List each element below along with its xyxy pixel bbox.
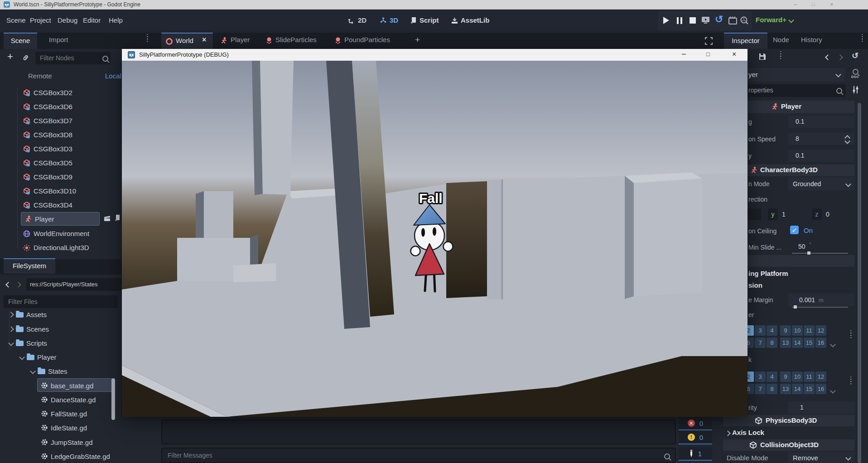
grid-menu-icon[interactable]: ⋮⋮ — [848, 378, 854, 382]
os-maximize-button[interactable]: □ — [812, 1, 815, 7]
nav-back-icon[interactable] — [5, 282, 11, 288]
nav-forward-icon[interactable] — [15, 282, 21, 288]
scene-tab-world[interactable]: World × — [161, 33, 213, 49]
expanded-arrow-icon[interactable] — [8, 340, 14, 346]
filter-properties-field[interactable]: roperties — [748, 87, 773, 94]
inspector-dock-menu-icon[interactable]: ⋮⋮ — [859, 35, 866, 40]
menu-help[interactable]: Help — [109, 16, 123, 24]
menu-debug[interactable]: Debug — [58, 16, 77, 24]
fs-entry-idlestate[interactable]: IdleState.gd — [41, 421, 87, 434]
history-back-icon[interactable] — [825, 54, 831, 60]
group-moving-platform[interactable]: ing Platform — [748, 270, 788, 277]
local-toggle[interactable]: Local — [105, 72, 121, 80]
property-tools-icon[interactable] — [852, 85, 860, 94]
tree-node-csgbox3d7[interactable]: CSGBox3D7 — [23, 114, 72, 127]
fs-entry-assets[interactable]: Assets — [9, 308, 47, 321]
path-field[interactable]: res://Scripts/Player/States — [26, 278, 121, 291]
property-value[interactable]: 1 — [788, 401, 854, 414]
vector-z-value[interactable]: 0 — [826, 211, 829, 218]
object-history-icon[interactable]: ↺ — [852, 51, 858, 61]
property-dropdown[interactable]: Grounded — [788, 178, 854, 190]
tree-node-csgbox3d4[interactable]: CSGBox3D4 — [23, 198, 72, 212]
tree-node-csgbox3d5[interactable]: CSGBox3D5 — [23, 156, 72, 169]
game-viewport[interactable]: Fall — [122, 61, 747, 417]
tree-node-csgbox3d3[interactable]: CSGBox3D3 — [23, 142, 72, 155]
grid-menu-icon[interactable]: ⋮⋮ — [848, 332, 854, 336]
tree-node-csgbox3d2[interactable]: CSGBox3D2 — [23, 86, 72, 99]
game-minimize-button[interactable]: – — [682, 50, 686, 58]
menu-editor[interactable]: Editor — [83, 16, 101, 24]
game-maximize-button[interactable]: □ — [706, 51, 710, 58]
filesystem-scrollbar[interactable] — [111, 378, 115, 420]
fs-entry-player[interactable]: Player — [20, 351, 57, 364]
tree-node-csgbox3d10[interactable]: CSGBox3D10 — [23, 184, 76, 198]
scene-tab-slideparticles[interactable]: SlideParticles — [275, 36, 317, 43]
edits-badge[interactable]: 1 — [679, 447, 712, 461]
mask-grid[interactable]: 234 9101112 — [743, 371, 826, 382]
property-dropdown[interactable]: Remove — [788, 452, 854, 463]
expand-viewport-icon[interactable] — [705, 37, 713, 45]
layer-grid[interactable]: 234 9101112 — [743, 325, 826, 336]
reload-scene-icon[interactable]: ↺ — [715, 14, 723, 25]
axis-lock-arrow-icon[interactable] — [725, 430, 731, 436]
filter-files-input[interactable] — [4, 295, 118, 308]
scene-tab-player[interactable]: Player — [231, 36, 250, 43]
fs-entry-scripts[interactable]: Scripts — [9, 337, 47, 350]
tab-filesystem[interactable]: FileSystem — [4, 258, 55, 274]
game-titlebar[interactable]: SillyPlatformerPrototype (DEBUG) – □ × — [122, 49, 747, 61]
inspector-scrollbar[interactable] — [858, 103, 861, 463]
remote-debug-icon[interactable] — [701, 16, 710, 25]
fs-entry-base-state[interactable]: base_state.gd — [41, 379, 93, 392]
play-button[interactable] — [663, 17, 669, 24]
expanded-arrow-icon[interactable] — [19, 354, 25, 360]
collapsed-arrow-icon[interactable] — [8, 326, 14, 332]
checkbox-on[interactable]: ✓ — [790, 226, 799, 234]
tree-node-worldenvironment[interactable]: WorldEnvironment — [23, 227, 89, 240]
tree-node-csgbox3d6[interactable]: CSGBox3D6 — [23, 100, 72, 113]
inspector-extra-menu-icon[interactable]: ⋮⋮ — [777, 53, 784, 57]
tab-import[interactable]: Import — [49, 36, 68, 43]
property-value[interactable]: 0.1 — [788, 150, 854, 162]
slider-handle[interactable] — [794, 305, 797, 309]
filter-nodes-input[interactable] — [35, 52, 111, 64]
new-scene-tab-button[interactable]: + — [415, 35, 420, 45]
node-name-field[interactable]: yer — [748, 71, 758, 78]
tree-node-csgbox3d8[interactable]: CSGBox3D8 — [23, 128, 72, 141]
menu-scene[interactable]: Scene — [6, 16, 26, 24]
history-forward-icon[interactable] — [837, 54, 843, 60]
pause-button[interactable] — [677, 17, 683, 24]
tree-node-directionallight3d[interactable]: DirectionalLight3D — [23, 241, 89, 254]
scene-tab-poundparticles[interactable]: PoundParticles — [344, 36, 390, 43]
layer-grid[interactable]: 678 13141516 — [743, 338, 826, 348]
grid-expand-icon[interactable] — [830, 342, 836, 347]
dock-menu-icon[interactable]: ⋮⋮ — [144, 35, 151, 40]
tab-scene[interactable]: Scene — [4, 33, 37, 49]
class-header-collisionobject3d[interactable]: CollisionObject3D — [723, 439, 854, 451]
add-node-button[interactable]: + — [7, 51, 13, 63]
fs-entry-fallstate[interactable]: FallState.gd — [41, 407, 87, 420]
slider-value[interactable]: 50 — [798, 243, 805, 250]
collapsed-arrow-icon[interactable] — [8, 312, 14, 318]
movie-window-icon[interactable] — [728, 16, 738, 25]
fs-entry-ledgegrabstate[interactable]: LedgeGrabState.gd — [41, 450, 110, 463]
slider-handle[interactable] — [807, 251, 810, 255]
workspace-assetlib-button[interactable]: AssetLib — [451, 16, 489, 24]
workspace-2d-button[interactable]: 2D — [348, 16, 366, 24]
group-axis-lock[interactable]: Axis Lock — [732, 429, 764, 436]
workspace-3d-button[interactable]: 3D — [380, 16, 398, 24]
movie-maker-icon[interactable] — [740, 16, 749, 25]
grid-expand-icon[interactable] — [830, 388, 836, 394]
save-icon[interactable] — [758, 53, 767, 61]
game-close-button[interactable]: × — [732, 50, 736, 58]
tree-node-csgbox3d9[interactable]: CSGBox3D9 — [23, 170, 72, 183]
menu-project[interactable]: Project — [30, 16, 51, 24]
mask-grid[interactable]: 678 13141516 — [743, 384, 826, 394]
errors-badge[interactable]: ✕ 0 — [679, 417, 712, 430]
tree-node-player[interactable]: Player — [24, 212, 54, 226]
fs-entry-states[interactable]: States — [31, 365, 68, 378]
message-list[interactable] — [161, 420, 676, 444]
expanded-arrow-icon[interactable] — [30, 368, 36, 374]
slider-track[interactable] — [792, 307, 848, 308]
fs-entry-scenes[interactable]: Scenes — [9, 323, 49, 336]
tab-inspector[interactable]: Inspector — [724, 33, 767, 49]
